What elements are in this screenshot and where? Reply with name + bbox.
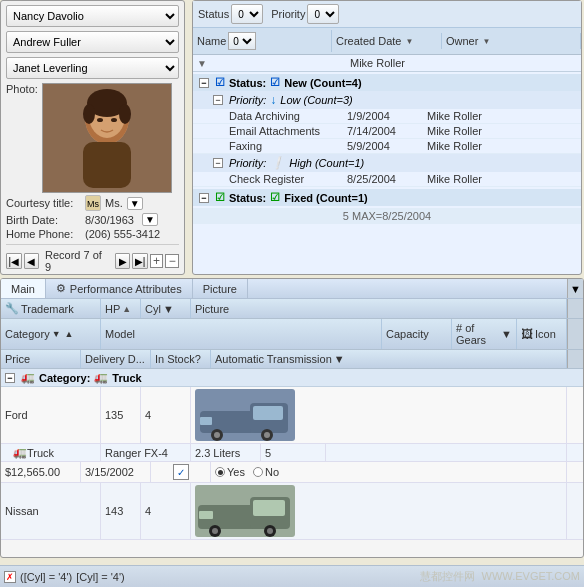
- status-new-collapse[interactable]: −: [199, 78, 209, 88]
- contact3-select[interactable]: Janet Leverling: [6, 57, 179, 79]
- col-name-sort[interactable]: 0: [228, 32, 256, 50]
- priority-high-header[interactable]: − Priority: ❕ High (Count=1): [193, 154, 581, 172]
- svg-rect-26: [199, 511, 213, 519]
- tab-picture-label: Picture: [203, 283, 237, 295]
- ranger-no-radio[interactable]: No: [253, 466, 279, 478]
- filter-active-row: ▼ Mike Roller: [193, 55, 581, 72]
- tab-main[interactable]: Main: [1, 279, 46, 298]
- ranger-icon: [326, 444, 567, 461]
- birthdate-value: 8/30/1963: [85, 214, 134, 226]
- owner-filter-value: Mike Roller: [350, 57, 405, 69]
- col-trademark-label: Trademark: [21, 303, 74, 315]
- priority-filter: Priority 0: [271, 4, 339, 24]
- watermark-line2: WWW.EVGET.COM: [482, 570, 580, 582]
- data-grid: Main ⚙ Performance Attributes Picture ▼ …: [0, 278, 584, 558]
- col-category-sort[interactable]: ▼: [52, 329, 61, 339]
- nav-last-btn[interactable]: ▶|: [132, 253, 148, 269]
- nav-prev-btn[interactable]: ◀: [24, 253, 40, 269]
- col-delivery-label: Delivery D...: [85, 353, 145, 365]
- status-check[interactable]: ✗: [4, 571, 16, 583]
- col-hp[interactable]: HP ▲: [101, 299, 141, 318]
- priority-low-header[interactable]: − Priority: ↓ Low (Count=3): [193, 91, 581, 109]
- status-fixed-header[interactable]: − ☑ Status: ☑ Fixed (Count=1): [193, 189, 581, 206]
- ranger-yes-radio[interactable]: Yes: [215, 466, 245, 478]
- trademark-icon: 🔧: [5, 302, 19, 315]
- tab-picture[interactable]: Picture: [193, 279, 248, 298]
- col-name-header[interactable]: Name 0: [193, 30, 332, 52]
- priority-filter-select[interactable]: 0: [307, 4, 339, 24]
- status-filter: Status 0: [198, 4, 263, 24]
- task-data-archiving: Data Archiving 1/9/2004 Mike Roller: [193, 109, 581, 124]
- record-text: Record 7 of 9: [41, 249, 113, 273]
- task-check-register: Check Register 8/25/2004 Mike Roller: [193, 172, 581, 187]
- birthdate-dropdown[interactable]: ▼: [142, 213, 158, 226]
- status-fixed-icon2: ☑: [270, 191, 280, 204]
- contact1-select[interactable]: Nancy Davolio: [6, 5, 179, 27]
- status-new-icon2: ☑: [270, 76, 280, 89]
- row-spacer4: [567, 483, 583, 539]
- col-cyl-label: Cyl: [145, 303, 161, 315]
- ranger-instock-checkbox[interactable]: ✓: [173, 464, 189, 480]
- contact2-select[interactable]: Andrew Fuller: [6, 31, 179, 53]
- svg-point-7: [97, 118, 103, 122]
- nav-first-btn[interactable]: |◀: [6, 253, 22, 269]
- ranger-no-label: No: [265, 466, 279, 478]
- col-trademark[interactable]: 🔧 Trademark: [1, 299, 101, 318]
- col-gears[interactable]: # of Gears ▼: [452, 319, 517, 349]
- nav-next-btn[interactable]: ▶: [115, 253, 131, 269]
- col-cyl[interactable]: Cyl ▼: [141, 299, 191, 318]
- col-category-label: Category: [5, 328, 50, 340]
- col-owner-header[interactable]: Owner ▼: [442, 33, 581, 49]
- grid-hscroll2[interactable]: [567, 319, 583, 349]
- col-picture-h[interactable]: Picture: [191, 299, 567, 318]
- ranger-trans: Yes No: [211, 462, 567, 482]
- task-owner-1: Mike Roller: [427, 110, 545, 122]
- status-filter-select[interactable]: 0: [231, 4, 263, 24]
- courtesy-dropdown[interactable]: ▼: [127, 197, 143, 210]
- nissan-picture: [191, 483, 567, 539]
- category-truck-collapse[interactable]: −: [5, 373, 15, 383]
- courtesy-icon: Ms: [85, 195, 101, 211]
- grid-hscroll[interactable]: [567, 299, 583, 318]
- col-capacity[interactable]: Capacity: [382, 319, 452, 349]
- nav-add-btn[interactable]: +: [150, 254, 164, 268]
- priority-low-collapse[interactable]: −: [213, 95, 223, 105]
- birthdate-label: Birth Date:: [6, 214, 81, 226]
- filter-icon: ▼: [197, 58, 207, 69]
- status-new-label: Status:: [229, 77, 266, 89]
- status-new-header[interactable]: − ☑ Status: ☑ New (Count=4): [193, 74, 581, 91]
- svg-point-25: [267, 528, 273, 534]
- priority-high-arrow: ❕: [270, 156, 285, 170]
- nissan-main-row: Nissan 143 4: [1, 483, 583, 540]
- status-new-text: New (Count=4): [284, 77, 361, 89]
- status-fixed-icon: ☑: [215, 191, 225, 204]
- ranger-model: Ranger FX-4: [101, 444, 191, 461]
- col-date-arrow: ▼: [405, 37, 413, 46]
- col-model[interactable]: Model: [101, 319, 382, 349]
- priority-high-collapse[interactable]: −: [213, 158, 223, 168]
- ranger-cat-label: Truck: [27, 447, 54, 459]
- tab-scroll-btn[interactable]: ▼: [567, 279, 583, 298]
- col-date-header[interactable]: Created Date ▼: [332, 33, 442, 49]
- tab-performance-label: Performance Attributes: [70, 283, 182, 295]
- col-category[interactable]: Category ▼ ▲: [1, 319, 101, 349]
- col-autotrans-dropdown[interactable]: ▼: [334, 353, 345, 365]
- col-cyl-dropdown[interactable]: ▼: [163, 303, 174, 315]
- col-instock[interactable]: In Stock?: [151, 350, 211, 368]
- summary-row: 5 MAX=8/25/2004: [193, 208, 581, 224]
- nav-delete-btn[interactable]: −: [165, 254, 179, 268]
- task-date-2: 7/14/2004: [347, 125, 427, 137]
- col-icon[interactable]: 🖼 Icon: [517, 319, 567, 349]
- col-delivery[interactable]: Delivery D...: [81, 350, 151, 368]
- col-price[interactable]: Price: [1, 350, 81, 368]
- row-spacer3: [567, 462, 583, 482]
- status-fixed-collapse[interactable]: −: [199, 193, 209, 203]
- column-headers: Name 0 Created Date ▼ Owner ▼: [193, 28, 581, 55]
- col-gears-dropdown[interactable]: ▼: [501, 328, 512, 340]
- col-autotrans[interactable]: Automatic Transmission ▼: [211, 350, 567, 368]
- nissan-name: Nissan: [1, 483, 101, 539]
- grid-hscroll3[interactable]: [567, 350, 583, 368]
- tab-performance[interactable]: ⚙ Performance Attributes: [46, 279, 193, 298]
- contact1-row: Nancy Davolio: [6, 5, 179, 27]
- col-category-sort2[interactable]: ▲: [65, 329, 74, 339]
